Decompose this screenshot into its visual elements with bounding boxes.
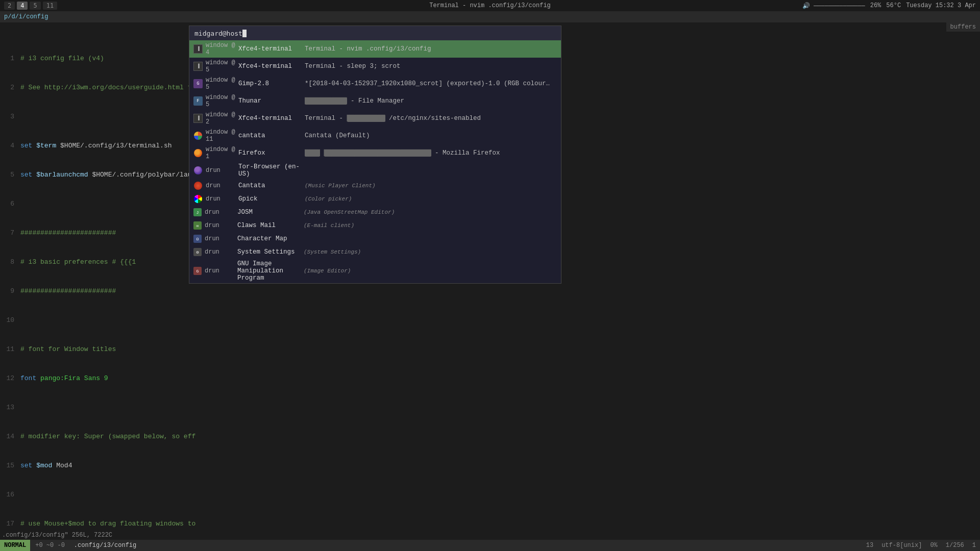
item-app-14: GNU Image Manipulation Program — [237, 260, 304, 282]
terminal-icon-1: ▐ — [193, 62, 203, 71]
dropdown-item-2[interactable]: G window @ 5 Gimp-2.8 *[2018-04-03-15293… — [189, 75, 561, 92]
buffers-label: buffers — [946, 22, 980, 32]
vim-mode: NORMAL — [0, 540, 30, 551]
dropdown-item-10[interactable]: J drun JOSM (Java OpenStreetMap Editor) — [189, 206, 561, 219]
dropdown-item-0[interactable]: ▐ window @ 4 Xfce4-terminal Terminal - n… — [189, 40, 561, 58]
item-app-13: System Settings — [237, 248, 304, 256]
dropdown-item-8[interactable]: drun Cantata (Music Player Client) — [189, 179, 561, 192]
item-workspace-8: drun — [206, 182, 236, 189]
workspace-list: 2 4 5 11 — [4, 2, 57, 10]
dropdown-item-14[interactable]: G drun GNU Image Manipulation Program (I… — [189, 259, 561, 283]
item-title-5: Cantata (Default) — [305, 132, 557, 139]
progress: 0% — [930, 542, 937, 549]
josm-icon-0: J — [193, 208, 202, 216]
item-app-3: Thunar — [238, 97, 305, 105]
item-app-9: Gpick — [238, 195, 305, 203]
item-title-10: (Java OpenStreetMap Editor) — [304, 209, 557, 216]
volume-icon: 🔊 ────────────── — [802, 2, 865, 10]
status-filename: .config/i3/config — [70, 542, 140, 549]
item-workspace-1: window @ 5 — [206, 59, 236, 73]
item-app-5: cantata — [238, 132, 305, 139]
item-app-1: Xfce4-terminal — [238, 63, 305, 70]
workspace-11[interactable]: 11 — [43, 2, 57, 10]
line-12: 12 font pango:Fira Sans 9 — [0, 373, 980, 383]
gimp-icon-1: G — [193, 267, 202, 275]
position: 1/256 — [946, 542, 964, 549]
battery-status: 26% — [870, 2, 881, 9]
item-app-6: Firefox — [238, 149, 305, 157]
dropdown-item-1[interactable]: ▐ window @ 5 Xfce4-terminal Terminal - s… — [189, 58, 561, 75]
item-app-2: Gimp-2.8 — [238, 80, 305, 87]
item-app-8: Cantata — [238, 182, 305, 189]
topbar-right: 🔊 ────────────── 26% 56°C Tuesday 15:32 … — [802, 2, 976, 10]
line-9: 9 ######################## — [0, 286, 980, 296]
cantata-icon-0 — [193, 131, 203, 140]
item-workspace-12: drun — [205, 235, 235, 242]
line-number: 13 — [866, 542, 873, 549]
item-workspace-13: drun — [205, 248, 235, 256]
item-workspace-14: drun — [205, 267, 235, 274]
item-title-1: Terminal - sleep 3; scrot — [305, 63, 557, 70]
workspace-5[interactable]: 5 — [30, 2, 40, 10]
gimp-icon-0: G — [193, 79, 203, 88]
filepath-text: p/d/i/config — [4, 13, 48, 20]
item-workspace-4: window @ 2 — [206, 111, 236, 126]
item-title-11: (E-mail client) — [304, 222, 557, 229]
window-switcher-dropdown[interactable]: midgard@host ▐ window @ 4 Xfce4-terminal… — [189, 26, 561, 284]
item-workspace-6: window @ 1 — [206, 146, 236, 160]
filepath-bar: p/d/i/config — [0, 11, 980, 22]
dropdown-item-4[interactable]: ▐ window @ 2 Xfce4-terminal Terminal - █… — [189, 110, 561, 127]
workspace-4[interactable]: 4 — [17, 2, 28, 10]
dropdown-search-bar[interactable]: midgard@host — [189, 26, 561, 40]
item-app-0: Xfce4-terminal — [238, 45, 305, 53]
dropdown-item-5[interactable]: window @ 11 cantata Cantata (Default) — [189, 127, 561, 144]
dropdown-item-7[interactable]: drun Tor-Browser (en-US) — [189, 162, 561, 179]
dropdown-item-3[interactable]: F window @ 5 Thunar ███████████ - File M… — [189, 92, 561, 110]
dropdown-item-9[interactable]: drun Gpick (Color picker) — [189, 192, 561, 206]
item-title-3: ███████████ - File Manager — [305, 97, 557, 105]
cantata-music-icon — [193, 181, 203, 190]
item-workspace-9: drun — [206, 195, 236, 203]
item-title-8: (Music Player Client) — [305, 182, 557, 189]
gpick-icon-0 — [193, 194, 203, 204]
item-title-0: Terminal - nvim .config/i3/config — [305, 45, 557, 53]
status-right: 13 utf-8[unix] 0% 1/256 1 — [866, 542, 980, 549]
item-title-14: (Image Editor) — [304, 267, 557, 274]
item-app-11: Claws Mail — [237, 222, 304, 229]
item-workspace-10: drun — [205, 209, 235, 216]
encoding: utf-8[unix] — [881, 542, 922, 549]
charmap-icon-0: Ω — [193, 235, 202, 243]
terminal-icon-0: ▐ — [193, 44, 203, 54]
item-app-7: Tor-Browser (en-US) — [238, 163, 305, 178]
line-17: 17 # use Mouse+$mod to drag floating win… — [0, 519, 980, 529]
datetime: Tuesday 15:32 3 Apr — [906, 2, 976, 9]
firefox-icon-0 — [193, 148, 203, 158]
thunar-icon-0: F — [193, 96, 203, 106]
item-title-2: *[2018-04-03-152937_1920x1080_scrot] (ex… — [305, 80, 557, 87]
item-title-9: (Color picker) — [305, 195, 557, 203]
settings-icon-0: ⚙ — [193, 248, 202, 256]
item-title-13: (System Settings) — [304, 248, 557, 256]
dropdown-item-11[interactable]: ✉ drun Claws Mail (E-mail client) — [189, 219, 561, 232]
topbar: 2 4 5 11 Terminal - nvim .config/i3/conf… — [0, 0, 980, 11]
line-14: 14 # modifier key: Super (swapped below,… — [0, 432, 980, 441]
temperature: 56°C — [886, 2, 901, 9]
git-info: +0 ~0 -0 — [30, 542, 70, 549]
dropdown-item-6[interactable]: window @ 1 Firefox ████ ████████████████… — [189, 144, 561, 162]
terminal-icon-2: ▐ — [193, 114, 203, 123]
cmdline-text: .config/i3/config" 256L, 7222C — [2, 532, 112, 539]
item-workspace-7: drun — [206, 167, 236, 174]
item-app-10: JOSM — [237, 209, 304, 216]
item-workspace-11: drun — [205, 222, 235, 229]
tor-icon-0 — [193, 166, 203, 175]
line-11: 11 # font for Window titles — [0, 344, 980, 354]
statusbar: NORMAL +0 ~0 -0 .config/i3/config 13 utf… — [0, 540, 980, 551]
line-13: 13 — [0, 403, 980, 412]
dropdown-item-12[interactable]: Ω drun Character Map — [189, 232, 561, 245]
line-10: 10 — [0, 315, 980, 325]
search-text: midgard@host — [194, 30, 242, 37]
workspace-2[interactable]: 2 — [4, 2, 15, 10]
item-workspace-0: window @ 4 — [206, 42, 236, 56]
item-workspace-3: window @ 5 — [206, 94, 236, 108]
dropdown-item-13[interactable]: ⚙ drun System Settings (System Settings) — [189, 245, 561, 259]
